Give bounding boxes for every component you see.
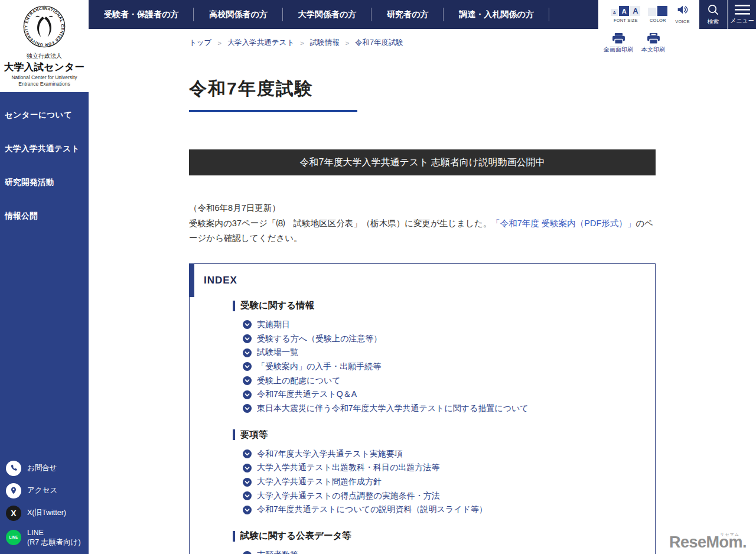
update-date: （令和6年8月7日更新） bbox=[189, 201, 656, 216]
index-link-accommodations[interactable]: 受験上の配慮について bbox=[243, 374, 641, 388]
index-link-for-examinees[interactable]: 受験する方へ（受験上の注意等） bbox=[243, 332, 641, 346]
index-link-score-adjustment[interactable]: 大学入学共通テストの得点調整の実施条件・方法 bbox=[243, 489, 641, 503]
section-heading: 試験に関する公表データ等 bbox=[233, 530, 641, 542]
index-link-subjects-methods[interactable]: 大学入学共通テスト出題教科・科目の出題方法等 bbox=[243, 461, 641, 475]
index-box: INDEX 受験に関する情報 実施期日 受験する方へ（受験上の注意等） bbox=[189, 263, 656, 554]
location-pin-icon bbox=[6, 483, 21, 498]
chevron-down-circle-icon bbox=[243, 491, 252, 500]
sidebar-nav: センターについて 大学入学共通テスト 研究開発活動 情報公開 bbox=[0, 92, 89, 245]
search-icon bbox=[707, 4, 719, 16]
announcement-banner: 令和7年度大学入学共通テスト 志願者向け説明動画公開中 bbox=[189, 149, 656, 175]
hamburger-menu-icon bbox=[735, 5, 750, 15]
chevron-down-circle-icon bbox=[243, 376, 252, 385]
svg-text:NATIONAL CENTER FOR UNIVERSITY: NATIONAL CENTER FOR UNIVERSITY ENTRANCE … bbox=[22, 5, 65, 47]
font-size-control: A A A FONT SIZE bbox=[611, 6, 640, 23]
chevron-down-circle-icon bbox=[243, 404, 252, 413]
index-title: INDEX bbox=[204, 275, 641, 286]
contact-link[interactable]: お問合せ bbox=[6, 461, 81, 476]
nav-researchers[interactable]: 研究者の方 bbox=[372, 0, 444, 29]
org-name-en: National Center for University Entrance … bbox=[0, 74, 89, 87]
search-button-label: 検索 bbox=[708, 18, 719, 26]
chevron-down-circle-icon bbox=[243, 464, 252, 472]
line-link[interactable]: LINE LINE (R7 志願者向け) bbox=[6, 528, 81, 548]
x-twitter-icon: X bbox=[6, 506, 21, 521]
index-section-published-data: 試験に関する公表データ等 志願者数等 bbox=[233, 530, 641, 554]
sidebar-item-disclosure[interactable]: 情報公開 bbox=[0, 211, 89, 221]
sidebar-item-research[interactable]: 研究開発活動 bbox=[0, 177, 89, 188]
index-link-question-policy[interactable]: 大学入学共通テスト問題作成方針 bbox=[243, 475, 641, 489]
accessibility-controls: A A A FONT SIZE COLOR VOICE bbox=[601, 0, 699, 29]
color-control: COLOR bbox=[648, 6, 667, 23]
access-label: アクセス bbox=[27, 485, 57, 495]
color-label: COLOR bbox=[648, 18, 667, 23]
exam-guide-pdf-link[interactable]: 「令和7年度 受験案内（PDF形式）」 bbox=[491, 219, 636, 228]
index-section-guidelines: 要項等 令和7年度大学入学共通テスト実施要項 大学入学共通テスト出題教科・科目の… bbox=[233, 429, 641, 517]
index-link-qa[interactable]: 令和7年度共通テストQ＆A bbox=[243, 387, 641, 402]
font-size-large-button[interactable]: A bbox=[630, 6, 640, 16]
org-logo[interactable]: NATIONAL CENTER FOR UNIVERSITY ENTRANCE … bbox=[0, 0, 89, 92]
sidebar: NATIONAL CENTER FOR UNIVERSITY ENTRANCE … bbox=[0, 0, 89, 554]
index-link-guide-application[interactable]: 「受験案内」の入手・出願手続等 bbox=[243, 360, 641, 374]
print-body-button[interactable]: 本文印刷 bbox=[641, 33, 665, 54]
chevron-down-circle-icon bbox=[243, 478, 252, 487]
search-button[interactable]: 検索 bbox=[699, 0, 728, 29]
section-marker bbox=[233, 429, 235, 440]
section-heading: 要項等 bbox=[233, 429, 641, 441]
index-link-exam-dates[interactable]: 実施期日 bbox=[243, 318, 641, 332]
org-type-label: 独立行政法人 bbox=[0, 52, 89, 60]
breadcrumb-exam-info[interactable]: 試験情報 bbox=[310, 38, 340, 48]
nav-examinees[interactable]: 受験者・保護者の方 bbox=[89, 0, 194, 29]
nav-university[interactable]: 大学関係者の方 bbox=[283, 0, 372, 29]
index-link-applicant-numbers[interactable]: 志願者数等 bbox=[243, 548, 641, 554]
title-underline bbox=[189, 110, 357, 112]
index-accent-bar bbox=[189, 263, 194, 297]
font-size-small-button[interactable]: A bbox=[611, 9, 618, 16]
resemom-watermark: リセマム ReseMom. bbox=[669, 533, 747, 552]
chevron-down-circle-icon bbox=[243, 449, 252, 458]
font-size-medium-button[interactable]: A bbox=[619, 6, 629, 16]
breadcrumb-top[interactable]: トップ bbox=[189, 38, 211, 48]
chevron-down-circle-icon bbox=[243, 390, 252, 399]
sidebar-footer: お問合せ アクセス X X(旧Twitter) LINE LINE (R7 志願… bbox=[6, 454, 81, 548]
index-link-explanation-materials[interactable]: 令和7年度共通テストについての説明資料（説明スライド等） bbox=[243, 503, 641, 517]
chevron-down-circle-icon bbox=[243, 506, 252, 514]
x-twitter-label: X(旧Twitter) bbox=[27, 508, 66, 517]
breadcrumb-separator: > bbox=[217, 40, 221, 47]
voice-label: VOICE bbox=[675, 19, 689, 24]
breadcrumb-current: 令和7年度試験 bbox=[355, 38, 403, 48]
color-light-button[interactable] bbox=[648, 8, 656, 16]
printer-body-icon bbox=[647, 33, 660, 44]
line-label: LINE (R7 志願者向け) bbox=[27, 528, 81, 548]
section-marker bbox=[233, 301, 235, 311]
nav-high-school[interactable]: 高校関係者の方 bbox=[194, 0, 282, 29]
chevron-down-circle-icon bbox=[243, 334, 252, 343]
x-twitter-link[interactable]: X X(旧Twitter) bbox=[6, 506, 81, 521]
index-section-exam-info: 受験に関する情報 実施期日 受験する方へ（受験上の注意等） 試験場一覧 「受 bbox=[233, 299, 641, 416]
access-link[interactable]: アクセス bbox=[6, 483, 81, 498]
breadcrumb-common-test[interactable]: 大学入学共通テスト bbox=[227, 38, 294, 48]
index-link-test-sites[interactable]: 試験場一覧 bbox=[243, 346, 641, 360]
print-fullscreen-label: 全画面印刷 bbox=[604, 45, 633, 54]
breadcrumb-separator: > bbox=[300, 40, 304, 47]
index-link-earthquake-measures[interactable]: 東日本大震災に伴う令和7年度大学入学共通テストに関する措置について bbox=[243, 402, 641, 416]
chevron-down-circle-icon bbox=[243, 551, 252, 554]
voice-control: VOICE bbox=[675, 5, 689, 24]
print-fullscreen-button[interactable]: 全画面印刷 bbox=[604, 33, 633, 54]
nav-procurement[interactable]: 調達・入札関係の方 bbox=[444, 0, 549, 29]
update-notice: （令和6年8月7日更新） 受験案内の37ページ「⑻ 試験地区区分表」（栃木県）に… bbox=[189, 201, 656, 246]
page: NATIONAL CENTER FOR UNIVERSITY ENTRANCE … bbox=[0, 0, 756, 554]
phone-icon bbox=[6, 461, 21, 476]
menu-button[interactable]: メニュー bbox=[728, 0, 756, 29]
page-title: 令和7年度試験 bbox=[189, 77, 314, 101]
breadcrumb: トップ > 大学入学共通テスト > 試験情報 > 令和7年度試験 bbox=[189, 38, 403, 48]
font-size-label: FONT SIZE bbox=[611, 18, 640, 23]
org-name-label: 大学入試センター bbox=[0, 61, 89, 74]
section-marker bbox=[233, 531, 235, 542]
color-dark-button[interactable] bbox=[657, 6, 667, 16]
index-link-implementation-guidelines[interactable]: 令和7年度大学入学共通テスト実施要項 bbox=[243, 447, 641, 461]
sidebar-item-common-test[interactable]: 大学入学共通テスト bbox=[0, 144, 89, 154]
speaker-icon[interactable] bbox=[677, 5, 689, 15]
contact-label: お問合せ bbox=[27, 463, 57, 472]
notice-text: 受験案内の37ページ「⑻ 試験地区区分表」（栃木県）に変更が生じました。「令和7… bbox=[189, 216, 656, 246]
sidebar-item-about[interactable]: センターについて bbox=[0, 110, 89, 120]
